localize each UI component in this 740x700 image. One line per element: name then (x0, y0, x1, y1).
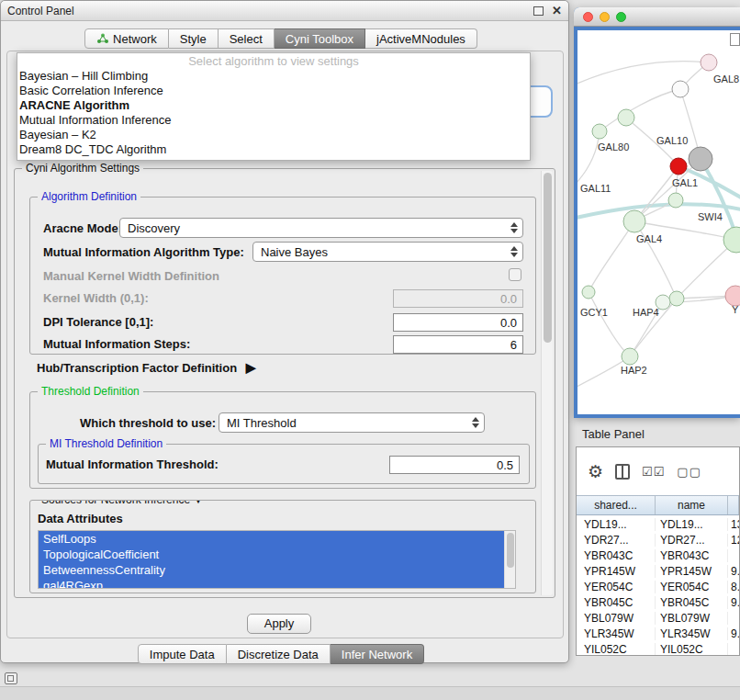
tab-impute-data[interactable]: Impute Data (138, 644, 227, 664)
gear-icon[interactable]: ⚙ (588, 463, 603, 480)
settings-vertical-scrollbar[interactable] (541, 171, 553, 595)
columns-icon[interactable] (615, 464, 630, 480)
table-row[interactable]: YPR145WYPR145W9. (577, 563, 739, 579)
control-panel-titlebar[interactable]: Control Panel ✕ (1, 1, 568, 21)
dropdown-item-dream8[interactable]: Dream8 DC_TDC Algorithm (17, 142, 530, 157)
cell-shared: YPR145W (577, 565, 656, 578)
dropdown-item-basic-correlation[interactable]: Basic Correlation Inference (17, 84, 530, 98)
attributes-scrollbar-thumb[interactable] (507, 533, 514, 568)
deselect-all-checkboxes-icon[interactable]: ▢▢ (677, 465, 701, 479)
settings-scrollbar-thumb[interactable] (544, 173, 552, 343)
node-gal10[interactable] (689, 147, 712, 171)
node-label: HAP4 (633, 307, 659, 318)
bottom-status-strip (0, 686, 740, 700)
algorithm-dropdown-list[interactable]: Select algorithm to view settings Bayesi… (17, 52, 531, 161)
close-icon[interactable]: ✕ (552, 5, 562, 17)
table-row[interactable]: YER054CYER054C8. (577, 579, 739, 594)
tab-style[interactable]: Style (169, 28, 219, 49)
list-item-attribute[interactable]: SelfLoops (39, 531, 504, 547)
table-row[interactable]: YDR27...YDR27...12 (577, 532, 739, 548)
node[interactable] (618, 109, 634, 126)
column-header-name[interactable]: name (656, 496, 728, 514)
table-body: YDL19...YDL19...13 YDR27...YDR27...12 YB… (577, 516, 739, 655)
table-row[interactable]: YLR345WYLR345W9. (577, 626, 739, 641)
mi-steps-field[interactable]: 6 (393, 335, 523, 354)
node-label: GAL11 (580, 183, 611, 194)
column-header-cut[interactable] (728, 496, 739, 514)
manual-kernel-width-label: Manual Kernel Width Definition (43, 269, 219, 283)
network-window-titlebar[interactable] (574, 7, 740, 27)
network-edges (577, 62, 740, 389)
cell-shared: YLR345W (577, 627, 656, 640)
node-gal4[interactable] (623, 210, 645, 232)
table-row[interactable]: YBL079WYBL079W (577, 610, 739, 626)
network-canvas[interactable]: GAL8 GAL80 GAL10 GAL11 GAL1 SWI4 GAL4 GC… (577, 30, 740, 414)
node-gcy1[interactable] (582, 286, 595, 299)
tab-cyni-toolbox[interactable]: Cyni Toolbox (275, 28, 365, 49)
cell-name: YIL052C (656, 643, 728, 656)
dpi-tolerance-label: DPI Tolerance [0,1]: (43, 315, 153, 329)
docked-panel-icon[interactable] (5, 672, 17, 684)
node[interactable] (725, 286, 740, 306)
dpi-tolerance-field[interactable]: 0.0 (393, 313, 523, 332)
dropdown-item-bayesian-hill-climbing[interactable]: Bayesian – Hill Climbing (17, 69, 530, 84)
table-row[interactable]: YIL052CYIL052C (577, 641, 739, 656)
dropdown-item-mutual-information[interactable]: Mutual Information Inference (17, 113, 530, 128)
mi-threshold-field[interactable]: 0.5 (389, 456, 520, 474)
which-threshold-value: MI Threshold (227, 416, 297, 430)
cell-value: 9. (728, 627, 739, 640)
chevron-down-icon[interactable]: ▼ (193, 500, 203, 505)
combo-stepper-icon (510, 219, 518, 237)
node-gal1[interactable] (668, 193, 683, 208)
table-row[interactable]: YBR045CYBR045C9. (577, 594, 739, 610)
cell-value: 9. (728, 565, 739, 578)
dropdown-item-aracne[interactable]: ARACNE Algorithm (17, 98, 530, 113)
tab-infer-network-label: Infer Network (342, 648, 412, 661)
tab-discretize-data[interactable]: Discretize Data (227, 644, 331, 664)
which-threshold-combobox[interactable]: MI Threshold (219, 412, 485, 433)
mi-algorithm-type-combobox[interactable]: Naive Bayes (252, 242, 523, 262)
cell-name: YDR27... (656, 534, 728, 547)
manual-kernel-width-checkbox[interactable] (509, 268, 521, 281)
tab-network[interactable]: Network (84, 28, 169, 49)
list-item-attribute[interactable]: TopologicalCoefficient (39, 547, 504, 562)
list-item-attribute[interactable]: BetweennessCentrality (39, 562, 504, 578)
node-gal80[interactable] (592, 124, 607, 139)
cell-name: YER054C (656, 581, 728, 593)
cell-value: 13 (728, 518, 739, 531)
table-row[interactable]: YDL19...YDL19...13 (577, 516, 739, 532)
close-traffic-light[interactable] (583, 12, 593, 22)
tab-infer-network[interactable]: Infer Network (331, 644, 424, 664)
mi-threshold-definition-group: MI Threshold Definition Mutual Informati… (38, 444, 530, 484)
table-row[interactable]: YBR043CYBR043C (577, 548, 739, 563)
node[interactable] (669, 291, 684, 306)
hub-tf-section-toggle[interactable]: Hub/Transcription Factor Definition ▶ (37, 360, 256, 375)
node-label: GCY1 (580, 307, 608, 318)
chevron-right-icon[interactable]: ▶ (246, 360, 256, 375)
node-hap2[interactable] (622, 348, 638, 365)
aracne-mode-combobox[interactable]: Discovery (119, 218, 523, 238)
kernel-width-field[interactable]: 0.0 (393, 289, 523, 308)
data-attributes-list[interactable]: SelfLoops TopologicalCoefficient Between… (38, 530, 516, 589)
aracne-mode-label: Aracne Mode: (43, 221, 122, 235)
select-all-checkboxes-icon[interactable]: ☑☑ (642, 465, 665, 479)
apply-button[interactable]: Apply (247, 614, 311, 634)
attributes-list-scrollbar[interactable] (504, 531, 515, 588)
tab-jactivemnodules[interactable]: jActiveMNodules (365, 28, 477, 49)
tab-select[interactable]: Select (219, 28, 275, 49)
list-item-attribute[interactable]: gal4RGexp (39, 578, 504, 589)
zoom-traffic-light[interactable] (616, 12, 626, 22)
network-scroll-corner[interactable] (730, 33, 740, 46)
node[interactable] (672, 81, 689, 97)
network-node-labels: GAL8 GAL80 GAL10 GAL11 GAL1 SWI4 GAL4 GC… (580, 73, 739, 376)
aracne-mode-value: Discovery (128, 221, 180, 235)
node-selected-red[interactable] (670, 158, 687, 175)
mi-algorithm-type-value: Naive Bayes (261, 245, 328, 259)
node[interactable] (701, 54, 717, 71)
node-swi4[interactable] (723, 227, 740, 253)
dropdown-item-bayesian-k2[interactable]: Bayesian – K2 (17, 128, 530, 142)
sources-legend[interactable]: Sources for Network Inference ▼ (38, 500, 207, 506)
column-header-shared[interactable]: shared... (577, 496, 656, 514)
float-window-icon[interactable] (533, 6, 544, 16)
minimize-traffic-light[interactable] (600, 12, 610, 22)
